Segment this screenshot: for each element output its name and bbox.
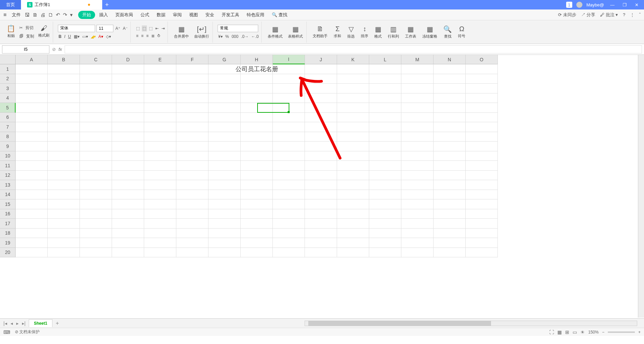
qat-dropdown-icon[interactable]: ▾ [70,12,73,18]
tab-review[interactable]: 审阅 [170,12,185,18]
cell[interactable] [466,113,498,123]
cell[interactable] [273,93,305,103]
cell[interactable] [466,103,498,113]
saveas-icon[interactable]: 🗎 [32,12,38,18]
username[interactable]: Maybe@ [586,2,604,7]
sync-status[interactable]: ⟳ 未同步 [558,12,576,18]
cell[interactable] [241,238,273,248]
cell[interactable] [176,132,208,142]
underline-button[interactable]: U [67,34,72,40]
format-painter-button[interactable]: 🖌格式刷 [37,24,51,40]
cell[interactable] [434,103,466,113]
cell[interactable] [144,142,176,151]
row-header[interactable]: 2 [0,74,16,84]
sheet-nav-last[interactable]: ▸| [22,321,26,326]
cell[interactable] [401,229,434,238]
cell[interactable] [434,132,466,142]
cell[interactable] [80,161,112,171]
cell[interactable] [401,161,434,171]
cell[interactable] [48,84,80,93]
row-header[interactable]: 3 [0,84,16,93]
column-header[interactable]: L [369,55,401,64]
cell[interactable] [48,113,80,123]
cell[interactable] [48,209,80,219]
cell[interactable] [208,84,241,93]
close-button[interactable]: ✕ [633,2,641,7]
cell[interactable] [112,199,144,209]
cell[interactable] [241,142,273,151]
cell[interactable] [144,122,176,132]
cell[interactable] [369,219,401,229]
clear-format-button[interactable]: ◇▾ [105,34,112,40]
cell[interactable] [466,219,498,229]
merge-center-button[interactable]: ▦合并居中 [173,25,190,39]
cell[interactable] [337,199,369,209]
cell[interactable] [112,248,144,258]
file-menu[interactable]: 文件 [8,12,24,18]
cell[interactable] [112,74,144,84]
cell[interactable] [305,171,337,180]
fullscreen-icon[interactable]: ⛶ [549,329,554,335]
cell[interactable] [273,161,305,171]
tab-home[interactable]: 首页 [0,0,21,9]
cell[interactable] [305,238,337,248]
cell[interactable] [208,161,241,171]
cell[interactable] [176,180,208,190]
cell[interactable] [337,238,369,248]
avatar[interactable] [576,2,582,8]
column-header[interactable]: O [466,55,498,64]
cell[interactable] [176,64,208,74]
cell[interactable] [337,180,369,190]
cell[interactable] [401,238,434,248]
cell[interactable] [16,209,48,219]
cell[interactable] [144,103,176,113]
comment-button[interactable]: 🖉 批注 ▾ [600,12,618,18]
cell[interactable] [80,219,112,229]
cell[interactable] [48,180,80,190]
cell[interactable] [273,142,305,151]
cell[interactable] [208,74,241,84]
cell[interactable] [16,180,48,190]
column-header[interactable]: D [112,55,144,64]
sum-button[interactable]: Σ求和 [332,25,342,39]
zoom-in-button[interactable]: + [638,330,641,335]
cell[interactable] [16,74,48,84]
cell[interactable] [176,199,208,209]
cell[interactable] [305,132,337,142]
cell[interactable] [176,93,208,103]
search-menu[interactable]: 🔍 查找 [268,12,291,18]
cell[interactable] [80,122,112,132]
cell[interactable] [208,64,241,74]
sort-button[interactable]: ↕排序 [359,25,370,39]
cancel-formula-icon[interactable]: ⊘ [52,47,56,52]
row-header[interactable]: 16 [0,209,16,219]
view-reading-icon[interactable]: ▭ [573,329,577,335]
cell[interactable] [337,219,369,229]
cell[interactable] [337,103,369,113]
cell[interactable] [337,161,369,171]
cell[interactable] [48,103,80,113]
cell[interactable] [112,209,144,219]
font-size-select[interactable] [96,25,113,32]
cell[interactable] [434,229,466,238]
cell[interactable] [305,142,337,151]
cell[interactable] [208,151,241,161]
cell[interactable] [273,74,305,84]
cell[interactable] [241,151,273,161]
cell[interactable] [80,103,112,113]
cell[interactable] [144,248,176,258]
freeze-button[interactable]: ▦冻结窗格 [421,25,439,39]
cell[interactable] [241,180,273,190]
cell[interactable] [112,93,144,103]
cell[interactable] [112,113,144,123]
cell[interactable] [434,238,466,248]
cell[interactable] [401,248,434,258]
cell[interactable] [112,180,144,190]
cell[interactable] [466,64,498,74]
cell[interactable] [48,142,80,151]
redo-icon[interactable]: ↷ [63,12,67,18]
cell[interactable] [273,199,305,209]
cell[interactable] [16,238,48,248]
cell[interactable] [401,219,434,229]
row-header[interactable]: 5 [0,103,16,113]
